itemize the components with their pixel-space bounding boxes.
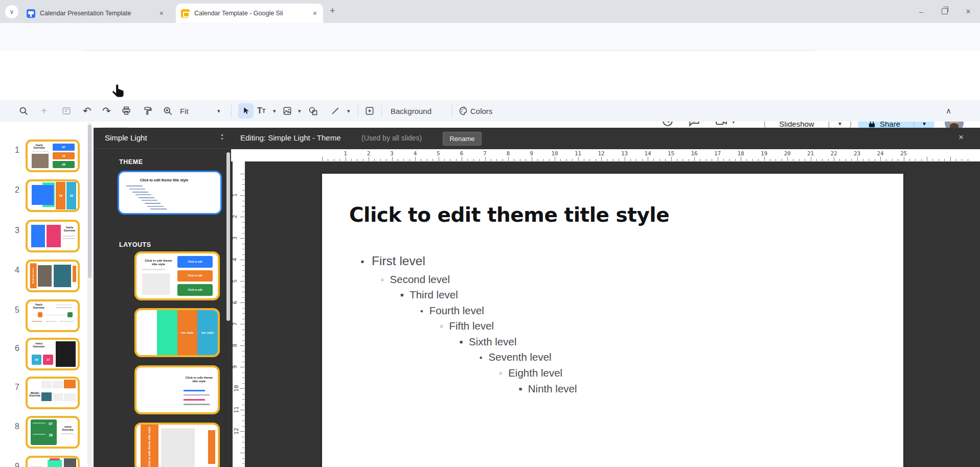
rename-button[interactable]: Rename xyxy=(443,132,482,146)
layout-thumbnail-1[interactable]: Click to edit theme title styleClick to … xyxy=(134,251,220,300)
ruler-tick xyxy=(589,159,590,161)
ruler-tick xyxy=(240,302,244,303)
close-theme-editor-icon[interactable]: × xyxy=(959,132,964,143)
select-tool-icon[interactable] xyxy=(238,103,254,119)
ruler-tick xyxy=(956,159,956,161)
tab-close-icon[interactable]: × xyxy=(158,9,165,17)
bullet-level-4[interactable]: ●Fourth level xyxy=(418,305,484,317)
ruler-tick xyxy=(328,159,328,161)
ruler-tick xyxy=(909,159,910,161)
ruler-tick xyxy=(240,453,244,453)
ruler-number: 9 xyxy=(530,150,533,157)
slide-editing-area[interactable]: Click to edit theme title style ●First l… xyxy=(322,174,903,467)
slide-thumbnail-1[interactable]: Yearly Overview071828 xyxy=(26,139,80,172)
insert-comment-icon[interactable] xyxy=(364,100,375,122)
ruler-tick xyxy=(242,415,244,416)
theme-colors-icon[interactable] xyxy=(459,100,469,122)
layout-thumbnail-3[interactable]: Click to edit theme title style xyxy=(134,365,220,414)
redo-icon[interactable]: ↷ xyxy=(102,100,111,122)
text-caret-icon[interactable]: ▾ xyxy=(273,100,276,122)
print-icon[interactable] xyxy=(121,100,131,122)
tab-active[interactable]: Calendar Template - Google Sli × xyxy=(176,4,323,23)
zoom-caret-icon[interactable]: ▾ xyxy=(217,100,220,122)
tab-inactive[interactable]: Calendar Presentation Template × xyxy=(21,4,170,23)
ruler-tick xyxy=(242,233,244,233)
ruler-number: 3 xyxy=(232,237,238,240)
ruler-tick xyxy=(619,159,619,161)
ruler-tick xyxy=(851,159,852,161)
ruler-number: 24 xyxy=(877,150,883,157)
spinner-down-icon[interactable]: ▼ xyxy=(220,137,224,141)
ruler-tick xyxy=(607,159,607,161)
bullet-level-2[interactable]: ○Second level xyxy=(378,273,450,286)
insert-image-icon[interactable] xyxy=(282,100,292,122)
restore-icon[interactable] xyxy=(933,8,956,16)
slide-thumbnail-5[interactable]: Yearly Overview xyxy=(26,299,80,332)
bullet-level-3[interactable]: ■Third level xyxy=(398,289,458,301)
line-caret-icon[interactable]: ▾ xyxy=(347,100,350,122)
browser-tab-strip: ∨ Calendar Presentation Template × Calen… xyxy=(0,0,980,23)
ruler-tick xyxy=(857,157,858,161)
zoom-in-icon[interactable] xyxy=(163,100,173,122)
layout-thumbnail-2[interactable]: me styleme style xyxy=(134,308,220,357)
editor-canvas: Editing: Simple Light - Theme (Used by a… xyxy=(231,128,980,467)
ruler-tick xyxy=(880,157,881,161)
ruler-number: 14 xyxy=(644,150,651,157)
background-button[interactable]: Background xyxy=(391,100,431,122)
slide-thumbnail-3[interactable]: Yearly Overview xyxy=(26,220,80,252)
new-tab-button[interactable]: + xyxy=(330,6,335,16)
search-menus-icon[interactable] xyxy=(18,100,29,122)
ruler-tick xyxy=(242,212,244,212)
bullet-level-5[interactable]: ○Fifth level xyxy=(437,320,494,332)
slide-thumbnail-7[interactable]: Weekly Overview xyxy=(26,377,80,409)
paint-format-icon[interactable] xyxy=(143,100,153,122)
close-window-icon[interactable]: × xyxy=(956,7,980,16)
thumbnail-block: 17 xyxy=(43,355,53,365)
thumbnail-block xyxy=(139,197,155,198)
slide-thumbnail-8[interactable]: 0716Yearly Overview xyxy=(26,416,80,449)
tab-close-icon[interactable]: × xyxy=(312,9,318,17)
ruler-number: 7 xyxy=(483,150,487,157)
bullet-level-7[interactable]: ●Seventh level xyxy=(477,351,552,363)
spinner-up-icon[interactable]: ▲ xyxy=(220,133,224,137)
layout-thumbnail-4[interactable]: Click to edit theme title style xyxy=(134,423,220,467)
colors-button[interactable]: Colors xyxy=(470,100,492,122)
ruler-tick xyxy=(491,159,491,161)
insert-shape-icon[interactable] xyxy=(308,100,318,122)
thumbnail-block xyxy=(161,428,195,467)
slide-thumbnail-2[interactable]: 1826 xyxy=(26,179,80,212)
minimize-icon[interactable]: – xyxy=(909,8,933,16)
thumbnail-block xyxy=(135,194,152,195)
ruler-tick xyxy=(549,159,550,161)
collapse-toolbar-chevron-icon[interactable]: ∧ xyxy=(946,100,951,122)
slide-thumbnail-4[interactable]: Month Overview xyxy=(26,260,80,292)
bullet-level-9[interactable]: ■Ninth level xyxy=(516,383,577,395)
ruler-tick xyxy=(456,159,457,161)
insert-line-icon[interactable] xyxy=(330,100,340,122)
text-box-icon[interactable]: TT xyxy=(257,100,266,122)
bullet-level-1[interactable]: ●First level xyxy=(358,254,425,268)
ruler-number: 8 xyxy=(507,150,510,157)
bullet-level-6[interactable]: ■Sixth level xyxy=(457,336,516,348)
thumbnail-block xyxy=(142,273,170,295)
thumbnail-block xyxy=(32,154,49,168)
tab-search-button[interactable]: ∨ xyxy=(5,5,18,18)
tab-title: Calendar Template - Google Sli xyxy=(194,10,283,17)
slide-title-placeholder[interactable]: Click to edit theme title style xyxy=(349,203,669,226)
slide-thumbnail-9[interactable] xyxy=(26,456,80,467)
undo-icon[interactable]: ↶ xyxy=(83,100,92,122)
image-caret-icon[interactable]: ▾ xyxy=(298,100,301,122)
bullet-level-8[interactable]: ○Eighth level xyxy=(496,367,562,379)
ruler-tick xyxy=(242,340,244,341)
theme-spinner-icon[interactable]: ▲ ▼ xyxy=(220,133,224,141)
ruler-tick xyxy=(392,157,393,161)
theme-master-thumbnail[interactable]: Click to edit theme title style xyxy=(118,171,222,215)
toolbar-divider xyxy=(452,105,452,117)
filmstrip: 1Yearly Overview071828218263Yearly Overv… xyxy=(0,122,94,467)
zoom-select[interactable]: Fit xyxy=(180,100,189,122)
slide-thumbnail-6[interactable]: Yearly Overview0517 xyxy=(26,338,80,370)
theme-panel-scrollbar[interactable] xyxy=(226,152,230,321)
tab-search-chevron-icon: ∨ xyxy=(10,8,14,15)
thumbnail-block xyxy=(142,269,165,270)
filmstrip-scrollbar-thumb[interactable] xyxy=(88,125,92,278)
